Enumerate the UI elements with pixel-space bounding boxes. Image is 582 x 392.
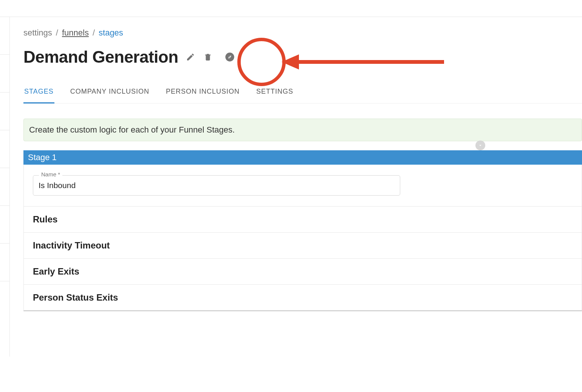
breadcrumb: settings / funnels / stages bbox=[23, 28, 582, 38]
edit-icon[interactable] bbox=[185, 52, 196, 62]
breadcrumb-funnels[interactable]: funnels bbox=[62, 28, 89, 38]
top-border bbox=[10, 17, 582, 17]
tabs: STAGES COMPANY INCLUSION PERSON INCLUSIO… bbox=[23, 84, 582, 103]
info-banner-text: Create the custom logic for each of your… bbox=[29, 125, 235, 134]
section-inactivity-timeout[interactable]: Inactivity Timeout bbox=[23, 233, 582, 259]
tab-settings[interactable]: SETTINGS bbox=[255, 84, 294, 103]
section-early-exits[interactable]: Early Exits bbox=[23, 259, 582, 285]
section-title: Early Exits bbox=[33, 266, 79, 276]
collapse-toggle[interactable] bbox=[475, 140, 485, 150]
svg-point-1 bbox=[229, 57, 230, 58]
sidebar-edge bbox=[0, 17, 10, 357]
stage-header: Stage 1 bbox=[23, 150, 582, 165]
name-input[interactable] bbox=[33, 175, 400, 196]
breadcrumb-settings[interactable]: settings bbox=[23, 28, 52, 38]
section-person-status-exits[interactable]: Person Status Exits bbox=[23, 285, 582, 311]
section-title: Inactivity Timeout bbox=[33, 240, 110, 250]
breadcrumb-separator: / bbox=[56, 28, 58, 38]
compass-icon[interactable] bbox=[224, 52, 235, 62]
tab-company-inclusion[interactable]: COMPANY INCLUSION bbox=[70, 84, 150, 103]
tab-stages[interactable]: STAGES bbox=[23, 84, 54, 103]
tab-person-inclusion[interactable]: PERSON INCLUSION bbox=[165, 84, 240, 103]
info-banner: Create the custom logic for each of your… bbox=[23, 119, 582, 141]
page-title: Demand Generation bbox=[23, 48, 178, 66]
stage-header-label: Stage 1 bbox=[28, 153, 57, 162]
section-title: Rules bbox=[33, 214, 57, 224]
breadcrumb-stages[interactable]: stages bbox=[99, 28, 123, 38]
name-field-label: Name * bbox=[39, 171, 62, 177]
breadcrumb-separator: / bbox=[93, 28, 95, 38]
title-row: Demand Generation bbox=[23, 48, 582, 66]
stage-body: Name * bbox=[23, 165, 582, 207]
section-rules[interactable]: Rules bbox=[23, 207, 582, 233]
section-title: Person Status Exits bbox=[33, 292, 118, 302]
name-field-wrap: Name * bbox=[33, 175, 573, 196]
delete-icon[interactable] bbox=[203, 52, 213, 62]
